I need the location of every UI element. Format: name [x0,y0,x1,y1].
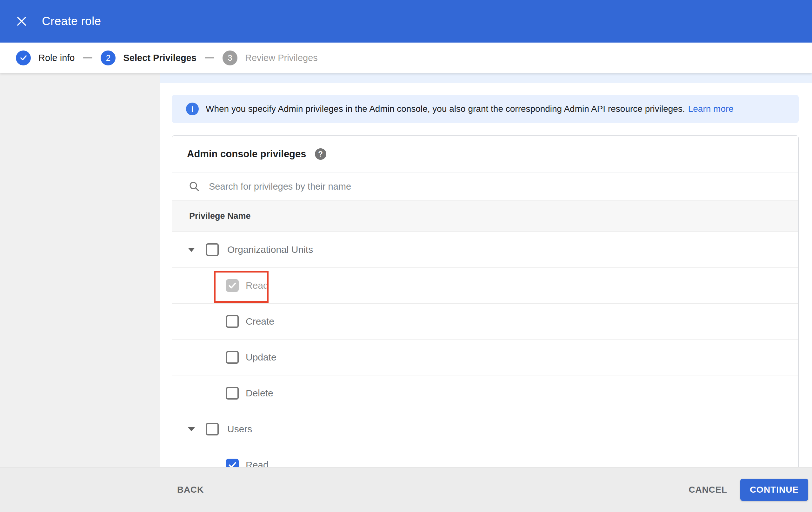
card-header: Admin console privileges ? [172,136,799,172]
continue-button[interactable]: CONTINUE [740,479,808,501]
footer-bar: BACK CANCEL CONTINUE [0,467,812,512]
privilege-row-create: Create [172,304,799,340]
privilege-row-organizational-units: Organizational Units [172,232,799,268]
checkbox-users-read[interactable] [226,459,239,467]
privilege-label: Users [227,424,252,434]
search-icon [188,181,200,192]
step-connector [205,57,214,58]
privilege-label: Create [246,316,274,327]
privilege-label: Delete [246,388,273,399]
expand-arrow-icon[interactable] [188,248,195,252]
checkbox-delete[interactable] [226,387,239,400]
check-icon [19,54,28,62]
step-label: Select Privileges [123,53,197,63]
step-connector [83,57,92,58]
privilege-row-update: Update [172,340,799,375]
search-input[interactable] [209,181,799,192]
checkbox-create[interactable] [226,315,239,328]
step-completed-indicator [16,51,31,65]
learn-more-link[interactable]: Learn more [688,104,733,114]
page-title: Create role [42,15,101,28]
info-banner: i When you specify Admin privileges in t… [172,95,799,123]
step-role-info[interactable]: Role info [16,51,75,65]
search-row [172,172,799,201]
content-area: i When you specify Admin privileges in t… [160,73,812,467]
dialog-header: Create role [0,0,812,43]
close-button[interactable] [13,12,30,30]
privilege-row-delete: Delete [172,375,799,411]
privilege-row-users-read: Read [172,447,799,467]
back-button[interactable]: BACK [177,485,204,495]
privilege-label: Update [246,352,277,363]
scrolled-banner-remnant [160,73,812,83]
step-number: 3 [223,51,237,65]
privilege-name-header: Privilege Name [189,211,251,221]
expand-arrow-icon[interactable] [188,427,195,431]
table-header: Privilege Name [172,201,799,232]
privilege-label: Read [246,460,268,467]
checkmark-icon [228,281,237,290]
checkbox-organizational-units[interactable] [206,243,219,256]
info-banner-text: When you specify Admin privileges in the… [206,104,685,114]
privilege-row-read: Read [172,268,799,304]
stepper: Role info 2 Select Privileges 3 Review P… [0,43,812,73]
dialog-body: i When you specify Admin privileges in t… [0,73,812,467]
privileges-card: Admin console privileges ? Privilege Nam… [172,135,799,467]
checkmark-icon [228,460,237,467]
privilege-label: Read [246,280,268,291]
card-title: Admin console privileges [187,148,306,160]
checkbox-users[interactable] [206,423,219,435]
step-label: Review Privileges [245,53,318,63]
close-icon [16,16,27,27]
privilege-row-users: Users [172,411,799,447]
step-select-privileges[interactable]: 2 Select Privileges [100,51,197,65]
info-icon: i [186,103,199,115]
left-panel [0,73,160,467]
cancel-button[interactable]: CANCEL [689,485,727,495]
checkbox-read[interactable] [226,279,239,292]
step-number: 2 [100,51,116,65]
help-icon[interactable]: ? [315,148,326,160]
step-label: Role info [38,53,75,63]
privilege-label: Organizational Units [227,244,313,255]
step-review-privileges[interactable]: 3 Review Privileges [223,51,318,65]
checkbox-update[interactable] [226,351,239,364]
